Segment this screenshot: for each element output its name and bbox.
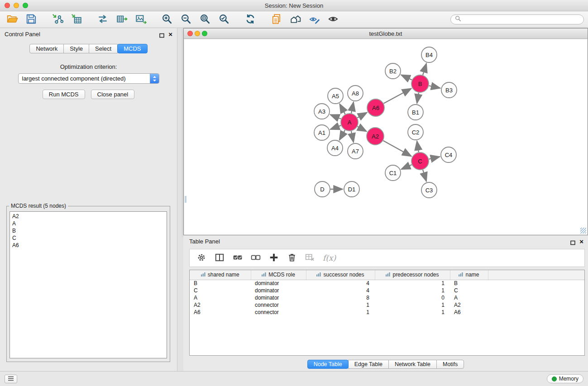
mcds-result-item[interactable]: B	[10, 227, 167, 234]
graph-node-D[interactable]: D	[315, 181, 330, 197]
table-cell[interactable]: 1	[375, 301, 450, 309]
search-box[interactable]	[450, 14, 584, 24]
table-cell[interactable]: 4	[306, 287, 375, 294]
graph-edge-C-C4[interactable]	[429, 157, 440, 159]
table-cell[interactable]: connector	[251, 301, 306, 309]
export-network-button[interactable]	[93, 13, 112, 26]
graph-edge-B-B2[interactable]	[401, 75, 412, 80]
graph-edge-A6-B[interactable]	[384, 89, 411, 104]
mcds-result-item[interactable]: A6	[10, 242, 167, 249]
graph-node-A[interactable]: A	[341, 114, 358, 131]
table-cell[interactable]: C	[450, 287, 488, 294]
table-cell[interactable]: 1	[375, 287, 450, 294]
minimize-window-button[interactable]	[14, 3, 19, 8]
table-cell[interactable]: dominator	[251, 280, 306, 287]
graph-node-A5[interactable]: A5	[328, 88, 343, 104]
mcds-result-item[interactable]: A	[10, 220, 167, 227]
graph-node-C4[interactable]: C4	[441, 147, 456, 162]
network-graph[interactable]: B4B2BB3A5A8A6B1A3AC2A1A2A4A7C4CC1C3DD1	[184, 39, 587, 234]
export-image-button[interactable]	[131, 13, 150, 26]
graph-node-C3[interactable]: C3	[421, 182, 437, 198]
export-table-button[interactable]	[112, 13, 131, 26]
tab-mcds[interactable]: MCDS	[117, 44, 147, 53]
table-cell[interactable]: 1	[306, 301, 375, 309]
table-cell[interactable]: A2	[450, 301, 488, 309]
table-cell[interactable]: A6	[190, 309, 251, 316]
table-cell[interactable]: 8	[306, 294, 375, 301]
graph-node-B3[interactable]: B3	[441, 82, 457, 98]
graph-edge-C-C2[interactable]	[417, 141, 419, 152]
table-cell[interactable]: 1	[306, 309, 375, 316]
graph-node-A7[interactable]: A7	[348, 143, 363, 159]
eye-pen-button[interactable]	[305, 13, 324, 26]
table-cell[interactable]: A	[450, 294, 488, 301]
import-table-button[interactable]	[67, 13, 86, 26]
column-header-successor-nodes[interactable]: successor nodes	[306, 270, 375, 280]
column-header-predecessor-nodes[interactable]: predecessor nodes	[375, 270, 450, 280]
table-cell[interactable]: connector	[251, 309, 306, 316]
save-session-button[interactable]	[22, 13, 41, 26]
table-cell[interactable]: B	[190, 280, 251, 287]
zoom-in-button[interactable]	[158, 13, 177, 26]
document-copy-button[interactable]	[267, 13, 286, 26]
table-row[interactable]: A6connector11A6	[190, 309, 584, 316]
table-panel-float-button[interactable]	[570, 239, 575, 244]
control-panel-float-button[interactable]	[159, 32, 164, 37]
tab-network[interactable]: Network	[29, 44, 64, 53]
tab-style[interactable]: Style	[63, 44, 89, 53]
function-builder-button[interactable]: f(x)	[323, 253, 336, 263]
graph-edge-A-A5[interactable]	[339, 104, 345, 114]
table-cell[interactable]: 0	[375, 294, 450, 301]
graph-edge-C-C3[interactable]	[423, 170, 426, 181]
table-row[interactable]: Bdominator41B	[190, 280, 584, 287]
zoom-fit-button[interactable]	[196, 13, 215, 26]
table-panel-close-button[interactable]: ×	[579, 239, 583, 244]
table-cell[interactable]: A	[190, 294, 251, 301]
table-cell[interactable]: C	[190, 287, 251, 294]
graph-node-C1[interactable]: C1	[385, 165, 401, 181]
zoom-out-button[interactable]	[177, 13, 196, 26]
graph-edge-A-A7[interactable]	[351, 131, 354, 143]
network-minimize-button[interactable]	[195, 31, 200, 36]
graph-node-C[interactable]: C	[411, 152, 429, 170]
table-row[interactable]: A2connector11A2	[190, 301, 584, 309]
graph-edge-B-B3[interactable]	[429, 86, 440, 88]
close-window-button[interactable]	[5, 3, 10, 8]
column-header-name[interactable]: name	[450, 270, 488, 280]
tab-motifs[interactable]: Motifs	[436, 360, 464, 369]
mcds-result-item[interactable]: A2	[10, 213, 167, 220]
task-history-button[interactable]	[5, 375, 17, 383]
search-input[interactable]	[464, 16, 579, 23]
graph-node-C2[interactable]: C2	[408, 124, 423, 140]
apply-layout-button[interactable]	[241, 13, 260, 26]
table-cell[interactable]: 4	[306, 280, 375, 287]
graph-node-B4[interactable]: B4	[421, 47, 437, 62]
unselect-all-button[interactable]	[250, 253, 261, 263]
graph-edge-A-A2[interactable]	[358, 127, 367, 132]
table-cell[interactable]: 1	[375, 280, 450, 287]
graph-edge-A-A4[interactable]	[339, 130, 345, 140]
graph-node-A3[interactable]: A3	[314, 104, 330, 119]
graph-edge-B-B4[interactable]	[423, 63, 426, 75]
network-close-button[interactable]	[187, 31, 193, 36]
tab-select[interactable]: Select	[89, 44, 118, 53]
graph-node-B2[interactable]: B2	[385, 63, 401, 79]
control-panel-close-button[interactable]: ×	[168, 32, 172, 37]
graph-node-A8[interactable]: A8	[348, 86, 363, 101]
table-cell[interactable]: dominator	[251, 287, 306, 294]
table-cell[interactable]: 1	[375, 309, 450, 316]
memory-button[interactable]: Memory	[547, 374, 583, 383]
column-header-MCDS-role[interactable]: MCDS role	[251, 270, 306, 280]
mcds-result-item[interactable]: C	[10, 234, 167, 242]
table-cell[interactable]: A6	[450, 309, 488, 316]
create-column-button[interactable]	[268, 253, 279, 263]
network-zoom-button[interactable]	[202, 31, 207, 36]
graph-edge-A-A3[interactable]	[330, 114, 341, 119]
resize-grip[interactable]	[580, 228, 586, 234]
zoom-selected-button[interactable]	[215, 13, 234, 26]
table-row[interactable]: Cdominator41C	[190, 287, 584, 294]
graph-edge-A-A1[interactable]	[330, 125, 341, 129]
tab-node-table[interactable]: Node Table	[307, 360, 349, 369]
import-network-button[interactable]	[48, 13, 67, 26]
graph-edge-B-B1[interactable]	[417, 93, 419, 103]
